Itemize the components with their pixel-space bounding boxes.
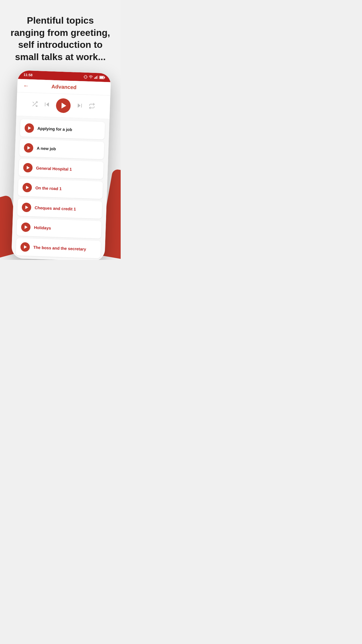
track-item-3[interactable]: General Hospital 1 [19,159,104,179]
player-controls [16,92,110,119]
repeat-button[interactable] [89,103,95,111]
prev-button[interactable] [44,101,50,109]
track-item-4[interactable]: On the road 1 [18,178,103,199]
play-triangle-sm-icon [25,206,28,209]
status-time: 11:58 [24,73,33,77]
track-play-btn-3[interactable] [23,163,33,173]
prev-icon [44,101,50,108]
svg-rect-6 [96,76,97,79]
status-icons [83,75,105,80]
main-play-button[interactable] [56,98,71,113]
header-title: Plentiful topics ranging from greeting, … [9,15,112,63]
svg-rect-5 [95,77,96,79]
svg-marker-16 [78,103,81,108]
track-item-5[interactable]: Cheques and credit 1 [17,198,102,219]
back-button[interactable]: ← [23,83,29,90]
svg-line-13 [33,102,34,103]
svg-rect-9 [100,76,104,79]
wifi-icon [89,75,93,79]
battery-icon [99,76,105,80]
play-triangle-sm-icon [27,146,30,150]
svg-marker-14 [46,102,49,107]
vibrate-icon [83,75,87,79]
svg-rect-4 [94,78,95,79]
track-name-5: Cheques and credit 1 [35,205,76,211]
header-section: Plentiful topics ranging from greeting, … [0,0,121,72]
track-name-4: On the road 1 [35,186,62,191]
play-triangle-icon [61,103,66,109]
play-triangle-sm-icon [28,126,31,130]
next-icon [76,102,83,109]
play-triangle-sm-icon [24,225,27,229]
signal-icon [94,75,98,79]
page-wrapper: Plentiful topics ranging from greeting, … [0,0,121,260]
phone-mockup: 11:58 [11,70,111,260]
track-play-btn-7[interactable] [20,242,30,252]
track-play-btn-1[interactable] [24,123,34,133]
track-list: Applying for a job A new job General Hos… [11,116,110,260]
track-play-btn-2[interactable] [24,143,34,153]
repeat-icon [89,103,95,109]
track-item-6[interactable]: Holidays [17,218,102,239]
svg-rect-10 [104,77,105,78]
app-title: Advanced [51,84,77,91]
track-name-6: Holidays [34,225,51,230]
track-name-2: A new job [37,146,56,151]
play-triangle-sm-icon [26,186,29,189]
track-item-7[interactable]: The boss and the secretary [16,238,101,258]
next-button[interactable] [76,102,83,111]
track-name-3: General Hospital 1 [36,166,72,172]
play-triangle-sm-icon [24,245,27,249]
track-play-btn-6[interactable] [21,223,31,232]
track-play-btn-5[interactable] [22,203,31,212]
track-item-2[interactable]: A new job [19,139,104,159]
svg-point-3 [91,78,91,79]
shuffle-icon [31,101,38,107]
track-play-btn-4[interactable] [22,183,32,192]
svg-rect-7 [97,76,98,79]
track-name-7: The boss and the secretary [33,245,86,251]
svg-rect-0 [85,76,87,79]
play-triangle-sm-icon [27,166,29,169]
track-item-1[interactable]: Applying for a job [20,119,105,139]
shuffle-button[interactable] [31,101,38,109]
track-name-1: Applying for a job [37,126,72,132]
